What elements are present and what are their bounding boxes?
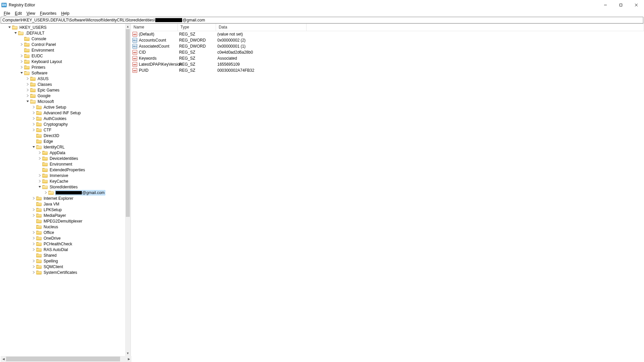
tree-node-classes[interactable]: Classes	[1, 81, 125, 87]
hscroll-track[interactable]	[6, 356, 126, 362]
chevron-right-icon[interactable]	[38, 157, 42, 161]
tree-node-spelling[interactable]: Spelling	[1, 258, 125, 264]
tree-node-storedidentities[interactable]: StoredIdentities	[1, 184, 125, 190]
tree-node-active-setup[interactable]: Active Setup	[1, 104, 125, 110]
chevron-right-icon[interactable]	[44, 191, 48, 195]
hscroll-thumb[interactable]	[6, 357, 120, 361]
value-row[interactable]: (Default)REG_SZ(value not set)	[131, 31, 644, 37]
tree-node-keycache[interactable]: KeyCache	[1, 178, 125, 184]
scroll-track[interactable]	[125, 29, 130, 351]
close-button[interactable]	[629, 0, 644, 10]
chevron-down-icon[interactable]	[25, 100, 30, 104]
value-list[interactable]: (Default)REG_SZ(value not set)AccountsCo…	[131, 31, 644, 356]
tree-node-shared[interactable]: Shared	[1, 252, 125, 258]
chevron-right-icon[interactable]	[19, 65, 23, 69]
tree-node-authcookies[interactable]: AuthCookies	[1, 116, 125, 121]
tree-node-pchealthcheck[interactable]: PCHealthCheck	[1, 241, 125, 247]
chevron-right-icon[interactable]	[32, 270, 36, 275]
tree-node-extendedproperties[interactable]: ExtendedProperties	[1, 167, 125, 173]
chevron-right-icon[interactable]	[19, 54, 23, 58]
horizontal-scrollbar[interactable]: ◀ ▶	[1, 356, 643, 362]
tree-node-microsoft[interactable]: Microsoft	[1, 99, 125, 104]
chevron-right-icon[interactable]	[32, 208, 36, 212]
chevron-right-icon[interactable]	[32, 105, 36, 109]
tree-node-environment[interactable]: Environment	[1, 47, 125, 53]
column-header-name[interactable]: Name	[131, 24, 178, 31]
chevron-right-icon[interactable]	[32, 259, 36, 263]
tree-node-printers[interactable]: Printers	[1, 64, 125, 70]
chevron-right-icon[interactable]	[25, 82, 30, 86]
tree-vertical-scrollbar[interactable]: ▲ ▼	[125, 24, 130, 356]
chevron-right-icon[interactable]	[32, 196, 36, 200]
value-row[interactable]: AssociatedCountREG_DWORD0x00000001 (1)	[131, 43, 644, 49]
tree-node-console[interactable]: Console	[1, 36, 125, 42]
tree-node-lpksetup[interactable]: LPKSetup	[1, 207, 125, 213]
tree-node-deviceidentities[interactable]: DeviceIdentities	[1, 156, 125, 161]
tree-node-eudc[interactable]: EUDC	[1, 53, 125, 59]
scroll-left-arrow-icon[interactable]: ◀	[1, 356, 6, 362]
tree-node-internet-explorer[interactable]: Internet Explorer	[1, 195, 125, 201]
tree-node-advanced-inf-setup[interactable]: Advanced INF Setup	[1, 110, 125, 116]
chevron-right-icon[interactable]	[38, 179, 42, 183]
tree-node-ras-autodial[interactable]: RAS AutoDial	[1, 247, 125, 252]
chevron-right-icon[interactable]	[25, 88, 30, 92]
value-row[interactable]: PUIDREG_SZ000300002A74FB32	[131, 67, 644, 73]
chevron-right-icon[interactable]	[19, 43, 23, 47]
tree-node-asus[interactable]: ASUS	[1, 76, 125, 81]
tree-node-cryptography[interactable]: Cryptography	[1, 121, 125, 127]
registry-tree[interactable]: HKEY_USERS .DEFAULT Console Control Pane…	[0, 24, 125, 276]
tree-node-environment-2[interactable]: Environment	[1, 161, 125, 167]
chevron-right-icon[interactable]	[32, 265, 36, 269]
chevron-right-icon[interactable]	[38, 174, 42, 178]
value-row[interactable]: KeywordsREG_SZAssociated	[131, 55, 644, 61]
tree-node-mpeg2demultiplexer[interactable]: MPEG2Demultiplexer	[1, 218, 125, 224]
chevron-right-icon[interactable]	[25, 77, 30, 81]
chevron-down-icon[interactable]	[38, 185, 42, 189]
tree-node-java-vm[interactable]: Java VM	[1, 201, 125, 207]
menu-view[interactable]: View	[24, 10, 38, 16]
chevron-right-icon[interactable]	[32, 122, 36, 126]
chevron-down-icon[interactable]	[7, 25, 11, 29]
chevron-down-icon[interactable]	[32, 145, 36, 149]
tree-node-email-account[interactable]: @gmail.com	[1, 190, 125, 195]
maximize-button[interactable]	[613, 0, 629, 10]
tree-node-hkey-users[interactable]: HKEY_USERS	[1, 24, 125, 30]
chevron-right-icon[interactable]	[32, 248, 36, 252]
tree-node-epic-games[interactable]: Epic Games	[1, 87, 125, 93]
tree-node-keyboard-layout[interactable]: Keyboard Layout	[1, 59, 125, 64]
menu-favorites[interactable]: Favorites	[38, 10, 59, 16]
tree-node-google[interactable]: Google	[1, 93, 125, 99]
minimize-button[interactable]	[598, 0, 613, 10]
tree-node-immersive[interactable]: Immersive	[1, 173, 125, 178]
chevron-right-icon[interactable]	[32, 242, 36, 246]
tree-node-edge[interactable]: Edge	[1, 138, 125, 144]
chevron-right-icon[interactable]	[32, 231, 36, 235]
tree-node-nucleus[interactable]: Nucleus	[1, 224, 125, 230]
column-header-type[interactable]: Type	[178, 24, 216, 31]
chevron-right-icon[interactable]	[25, 94, 30, 98]
scroll-up-arrow-icon[interactable]: ▲	[125, 24, 130, 29]
tree-node-onedrive[interactable]: OneDrive	[1, 235, 125, 241]
chevron-right-icon[interactable]	[32, 236, 36, 240]
tree-node-software[interactable]: Software	[1, 70, 125, 76]
tree-node-office[interactable]: Office	[1, 230, 125, 235]
chevron-right-icon[interactable]	[32, 117, 36, 121]
chevron-right-icon[interactable]	[32, 128, 36, 132]
tree-node-mediaplayer[interactable]: MediaPlayer	[1, 213, 125, 218]
menu-file[interactable]: File	[1, 10, 12, 16]
column-header-data[interactable]: Data	[216, 24, 307, 31]
value-row[interactable]: CIDREG_SZc0e4d0ad2d6a28b0	[131, 49, 644, 55]
tree-node-default[interactable]: .DEFAULT	[1, 30, 125, 36]
tree-node-ctf[interactable]: CTF	[1, 127, 125, 133]
scroll-right-arrow-icon[interactable]: ▶	[126, 356, 131, 362]
chevron-right-icon[interactable]	[38, 151, 42, 155]
value-row[interactable]: AccountsCountREG_DWORD0x00000002 (2)	[131, 37, 644, 43]
tree-node-sqmclient[interactable]: SQMClient	[1, 264, 125, 269]
scroll-down-arrow-icon[interactable]: ▼	[125, 351, 130, 356]
chevron-right-icon[interactable]	[19, 60, 23, 64]
tree-node-appdata[interactable]: AppData	[1, 150, 125, 156]
tree-node-systemcertificates[interactable]: SystemCertificates	[1, 269, 125, 275]
chevron-right-icon[interactable]	[32, 111, 36, 115]
scroll-thumb[interactable]	[126, 29, 130, 217]
chevron-right-icon[interactable]	[32, 214, 36, 218]
